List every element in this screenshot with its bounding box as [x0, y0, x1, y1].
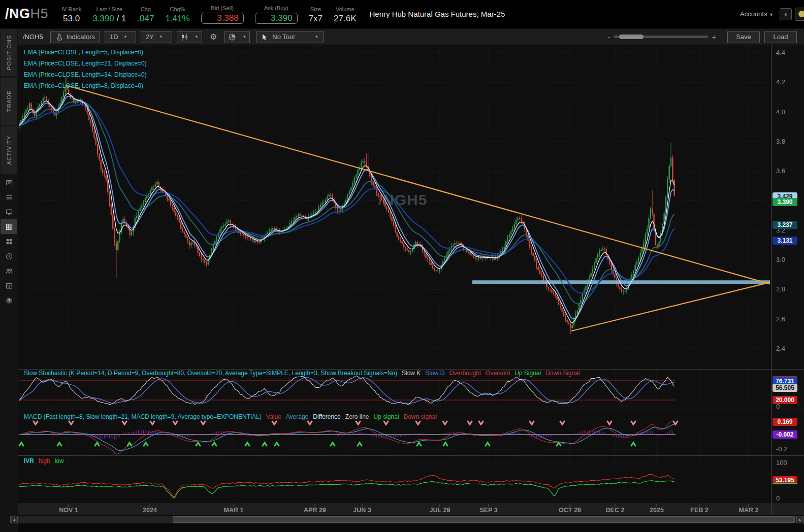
field-label: Bid (Sell): [211, 5, 234, 12]
sidebar-watchlist-icon[interactable]: [1, 190, 17, 205]
chart-canvas[interactable]: NOV 12024MAR 1APR 29JUN 3JUL 29SEP 3OCT …: [18, 45, 771, 515]
price-tick-label: 4.4: [776, 49, 785, 57]
help-icon: ?: [5, 296, 13, 305]
symbol-root: /NG: [5, 6, 30, 21]
field-label: Chg%: [170, 6, 185, 13]
zoom-slider[interactable]: [614, 36, 708, 38]
sidebar-history-clock-icon[interactable]: [1, 249, 17, 263]
sidebar-tab-activity[interactable]: ACTIVITY: [1, 126, 17, 174]
field-value: 3.390: [255, 13, 298, 24]
accounts-menu[interactable]: Accounts ▼: [740, 10, 774, 18]
indicators-button[interactable]: Indicators: [50, 31, 100, 43]
date-tick-label: 2024: [143, 507, 157, 514]
quote-field-volume: Volume27.6K: [334, 6, 356, 24]
sidebar-tab-trade[interactable]: TRADE: [1, 78, 17, 125]
price-tick-label: 4.2: [776, 78, 785, 86]
slow-k-bubble: 56.505: [773, 384, 797, 392]
sidebar-calendar-icon[interactable]: [1, 278, 17, 293]
field-label: Volume: [336, 6, 355, 13]
scroll-right-button[interactable]: ▸: [796, 516, 804, 523]
status-dot-icon: [798, 11, 804, 17]
chart-region: NOV 12024MAR 1APR 29JUN 3JUL 29SEP 3OCT …: [18, 45, 804, 515]
sidebar-community-icon[interactable]: [1, 263, 17, 278]
oversold-bubble: 20.000: [773, 396, 797, 404]
price-tick-label: 2.4: [776, 345, 785, 353]
chevron-down-icon: ▼: [769, 12, 774, 17]
range-dropdown[interactable]: 2Y▼: [141, 31, 172, 43]
last-price-bubble: 3.390: [773, 198, 797, 206]
field-label: Chg: [141, 6, 151, 13]
header-bar: /NGH5 IV Rank53.0Last / Size3.390 / 1Chg…: [0, 0, 804, 28]
timeframe-value: 1D: [110, 33, 118, 41]
watchlist-icon: [5, 193, 13, 202]
symbol-title: /NGH5: [5, 6, 48, 22]
field-value: 1.41%: [165, 14, 189, 24]
zoom-in-button[interactable]: +: [712, 33, 716, 41]
field-label: IV Rank: [61, 6, 81, 13]
date-tick-label: SEP 3: [479, 507, 497, 514]
studies-flask-icon: [55, 33, 63, 41]
sidebar-apps-grid-icon[interactable]: [1, 234, 17, 249]
monitor-icon: [5, 208, 13, 216]
ivr-tick-label: 100: [776, 459, 787, 467]
accounts-label: Accounts: [740, 10, 767, 18]
drawing-tools-dropdown[interactable]: ▼: [224, 31, 250, 43]
date-tick-label: JUN 3: [353, 507, 371, 514]
date-tick-label: NOV 1: [59, 507, 78, 514]
app-corner-icon[interactable]: [795, 8, 804, 21]
sidebar-tabs: POSITIONSTRADEACTIVITY: [0, 29, 18, 174]
date-tick-label: DEC 2: [606, 507, 625, 514]
sidebar-monitor-icon[interactable]: [1, 205, 17, 219]
quote-field-chg: Chg.047: [137, 6, 154, 24]
field-value: 27.6K: [334, 14, 356, 24]
sidebar-help-icon[interactable]: ?: [1, 293, 17, 308]
quote-field-size: Size7x7: [309, 6, 323, 24]
price-tick-label: 3.0: [776, 256, 785, 264]
ema34-price-bubble: 3.131: [773, 237, 797, 245]
ema21-price-bubble: 3.237: [773, 221, 797, 229]
sidebar-news-icon[interactable]: [1, 175, 17, 190]
horizontal-scrollbar[interactable]: ◂ ▸: [10, 516, 804, 523]
chart-type-dropdown[interactable]: ▼: [177, 31, 202, 43]
quote-field-chg%: Chg%1.41%: [165, 6, 189, 24]
chevron-down-icon: ▼: [242, 35, 246, 39]
apps-grid-icon: [5, 238, 13, 246]
field-label: Size: [310, 6, 321, 13]
sidebar-tab-positions[interactable]: POSITIONS: [1, 29, 17, 76]
field-label: Last / Size: [97, 6, 122, 13]
header-right: Accounts ▼ ‹: [740, 8, 804, 21]
price-tick-label: 2.8: [776, 285, 785, 293]
scroll-left-button[interactable]: ◂: [10, 516, 18, 523]
chevron-down-icon: ▼: [123, 35, 127, 39]
macd-diff-bubble: -0.002: [773, 430, 797, 439]
field-value: 3.390 / 1: [92, 14, 126, 24]
drawing-set-icon: [228, 33, 237, 41]
chevron-down-icon: ▼: [314, 35, 318, 39]
timeframe-dropdown[interactable]: 1D▼: [105, 31, 136, 43]
left-sidebar: POSITIONSTRADEACTIVITY ?: [0, 29, 18, 532]
chart-settings-button[interactable]: ⚙: [207, 31, 220, 43]
date-tick-label: FEB 2: [690, 507, 708, 514]
sidebar-tab-label: ACTIVITY: [6, 136, 12, 165]
load-button[interactable]: Load: [764, 31, 797, 43]
pane-separator: [771, 504, 804, 504]
sidebar-chart-icon[interactable]: [1, 219, 17, 234]
quote-field-last-size: Last / Size3.390 / 1: [92, 6, 126, 24]
price-axis[interactable]: 4.44.24.03.83.63.43.23.02.82.62.40-0.210…: [771, 45, 804, 515]
zoom-slider-thumb[interactable]: [619, 35, 644, 39]
quote-field-ask-buy-[interactable]: Ask (Buy)3.390: [255, 5, 298, 24]
save-button[interactable]: Save: [727, 31, 760, 43]
sidebar-tab-label: TRADE: [6, 90, 12, 112]
range-value: 2Y: [146, 33, 154, 41]
collapse-panel-button[interactable]: ‹: [780, 8, 792, 20]
application-window: /NGH5 IV Rank53.0Last / Size3.390 / 1Chg…: [0, 0, 804, 532]
zoom-out-button[interactable]: -: [607, 33, 610, 41]
active-tool-dropdown[interactable]: No Tool▼: [256, 31, 324, 43]
scrollbar-thumb[interactable]: [173, 516, 795, 523]
instrument-description: Henry Hub Natural Gas Futures, Mar-25: [370, 10, 505, 18]
field-value: .047: [137, 14, 154, 24]
cursor-icon: [262, 34, 268, 41]
quote-field-bid-sell-[interactable]: Bid (Sell)3.388: [201, 5, 244, 24]
field-value: 3.388: [201, 13, 244, 24]
date-tick-label: MAR 2: [739, 507, 759, 514]
